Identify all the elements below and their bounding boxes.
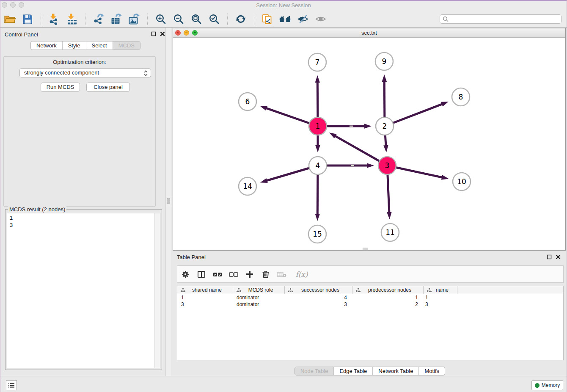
mcds-result-group: MCDS result (2 nodes) 13 xyxy=(5,209,162,370)
table-cell[interactable]: 1 xyxy=(352,294,424,301)
select-all-check-icon[interactable] xyxy=(212,269,223,280)
graph-node-label: 10 xyxy=(457,177,466,186)
export-table-icon[interactable] xyxy=(110,13,123,25)
save-session-icon[interactable] xyxy=(21,13,34,25)
graph-edge-arrowhead xyxy=(364,124,372,129)
tab-network-table[interactable]: Network Table xyxy=(372,367,418,375)
tab-style[interactable]: Style xyxy=(62,41,86,50)
close-panel-icon[interactable] xyxy=(556,254,561,259)
table-cell[interactable]: dominator xyxy=(233,301,285,308)
tab-motifs[interactable]: Motifs xyxy=(418,367,445,375)
optimization-label: Optimization criterion: xyxy=(4,59,155,65)
table-panel-title: Table Panel xyxy=(177,254,206,260)
import-network-icon[interactable] xyxy=(48,13,61,25)
node-table: shared nameMCDS rolesuccessor nodesprede… xyxy=(177,286,564,360)
column-header-predecessor-nodes[interactable]: predecessor nodes xyxy=(352,286,424,294)
graph-edge-label xyxy=(351,165,354,166)
float-panel-icon[interactable] xyxy=(547,254,552,259)
tab-select[interactable]: Select xyxy=(86,41,113,50)
memory-status-icon xyxy=(535,383,539,388)
deselect-all-icon[interactable] xyxy=(228,269,239,280)
graph-edge-arrowhead xyxy=(315,214,320,221)
search-icon xyxy=(443,16,449,22)
graph-node-label: 6 xyxy=(245,97,250,106)
toolbar-separator xyxy=(254,14,254,25)
mcds-result-title: MCDS result (2 nodes) xyxy=(8,206,66,213)
table-header: shared nameMCDS rolesuccessor nodesprede… xyxy=(177,286,563,294)
control-panel: Control Panel NetworkStyleSelectMCDS Opt… xyxy=(0,28,171,376)
tab-edge-table[interactable]: Edge Table xyxy=(333,367,372,375)
control-panel-scrollbar[interactable] xyxy=(165,28,171,376)
graph-edge-label xyxy=(350,126,353,127)
column-settings-icon[interactable] xyxy=(180,269,191,280)
add-column-icon[interactable] xyxy=(244,269,255,280)
graph-node-label: 1 xyxy=(316,122,320,130)
table-cell[interactable]: 1 xyxy=(177,294,233,301)
task-history-button[interactable] xyxy=(6,380,17,390)
first-neighbors-icon[interactable] xyxy=(279,13,292,25)
mcds-result-box: 13 xyxy=(7,213,160,368)
main-toolbar xyxy=(0,11,567,28)
task-list-icon xyxy=(8,382,15,388)
column-header-shared-name[interactable]: shared name xyxy=(177,286,233,294)
table-panel: Table Panel xyxy=(173,251,567,376)
export-network-icon[interactable] xyxy=(92,13,105,25)
window-edge-top xyxy=(0,0,567,1)
table-cell[interactable]: 3 xyxy=(177,301,233,308)
split-panel-icon[interactable] xyxy=(196,269,207,280)
table-tabs: Node TableEdge TableNetwork TableMotifs xyxy=(173,367,567,375)
tab-mcds[interactable]: MCDS xyxy=(113,41,140,50)
open-file-icon[interactable] xyxy=(3,13,16,25)
zoom-in-icon[interactable] xyxy=(154,13,167,25)
delete-column-icon[interactable] xyxy=(260,269,271,280)
graph-edge-arrowhead xyxy=(260,106,267,110)
table-cell[interactable]: 3 xyxy=(285,301,352,308)
show-all-icon[interactable] xyxy=(314,13,327,25)
float-panel-icon[interactable] xyxy=(151,31,156,36)
graph-edge-arrowhead xyxy=(441,175,449,179)
close-panel-button[interactable]: Close panel xyxy=(86,83,130,92)
mcds-result-lines: 13 xyxy=(7,213,160,229)
refresh-icon[interactable] xyxy=(234,13,247,25)
hide-selected-icon[interactable] xyxy=(297,13,309,25)
close-panel-icon[interactable] xyxy=(160,31,165,36)
table-toolbar: f(x) xyxy=(177,265,564,283)
zoom-out-icon[interactable] xyxy=(172,13,185,25)
graph-node-label: 4 xyxy=(316,161,320,170)
toolbar-separator xyxy=(227,14,228,25)
dropdown-stepper-icon xyxy=(144,70,148,77)
tab-network[interactable]: Network xyxy=(31,41,62,50)
table-row[interactable]: 3dominator323 xyxy=(177,301,563,308)
column-header-MCDS-role[interactable]: MCDS role xyxy=(233,286,285,294)
mcds-result-scrollbar[interactable] xyxy=(154,213,160,368)
column-header-successor-nodes[interactable]: successor nodes xyxy=(285,286,352,294)
network-window-titlebar: × − + scc.txt xyxy=(173,28,565,38)
table-cell[interactable]: 4 xyxy=(285,294,352,301)
search-input[interactable] xyxy=(440,14,561,24)
tab-node-table[interactable]: Node Table xyxy=(295,367,334,375)
graph-edge-arrowhead xyxy=(383,145,388,152)
table-cell[interactable]: 3 xyxy=(424,301,457,308)
graph-edge-arrowhead xyxy=(367,163,374,168)
export-image-icon[interactable] xyxy=(128,13,140,25)
function-builder-icon: f(x) xyxy=(292,269,311,280)
column-header-name[interactable]: name xyxy=(424,286,457,294)
network-canvas[interactable]: 7968124314101511 xyxy=(173,38,565,250)
table-row[interactable]: 1dominator411 xyxy=(177,294,563,301)
app-window: Session: New Session xyxy=(0,0,567,392)
table-cell[interactable]: 1 xyxy=(424,294,457,301)
import-table-icon[interactable] xyxy=(66,13,78,25)
network-resize-grip[interactable] xyxy=(363,248,368,250)
table-cell[interactable]: dominator xyxy=(233,294,285,301)
table-cell[interactable]: 2 xyxy=(352,301,424,308)
memory-button[interactable]: Memory xyxy=(531,380,563,390)
control-panel-scrollbar-thumb[interactable] xyxy=(167,198,170,204)
run-mcds-button[interactable]: Run MCDS xyxy=(41,83,80,92)
delete-table-icon[interactable] xyxy=(276,269,287,280)
zoom-selected-icon[interactable] xyxy=(208,13,220,25)
graph-edge-arrowhead xyxy=(329,133,337,138)
mcds-result-line: 3 xyxy=(10,221,157,229)
network-file-icon[interactable] xyxy=(261,13,274,25)
zoom-fit-icon[interactable] xyxy=(190,13,203,25)
optimization-dropdown[interactable]: strongly connected component xyxy=(19,68,151,77)
